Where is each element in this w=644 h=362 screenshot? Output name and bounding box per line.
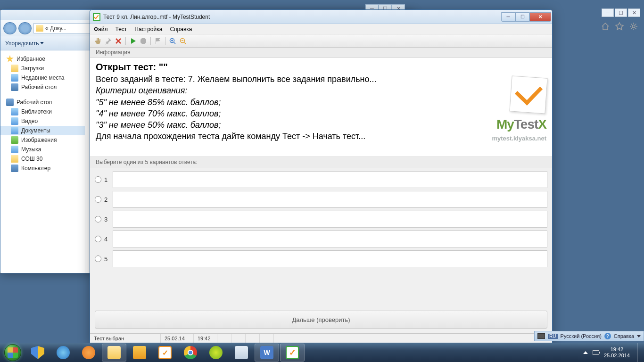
menu-file[interactable]: Файл xyxy=(94,26,108,33)
nav-desktop[interactable]: Рабочий стол xyxy=(0,82,85,92)
windows-logo-icon xyxy=(4,344,21,361)
nav-pictures[interactable]: Изображения xyxy=(0,135,85,145)
libraries-icon xyxy=(11,108,18,115)
radio-icon[interactable] xyxy=(95,255,101,262)
radio-icon[interactable] xyxy=(95,236,101,242)
mytest-window: Тест 9 кл. Лин.алгор..mtf - MyTestStuden… xyxy=(90,9,553,343)
taskbar-mytest[interactable]: ✓ xyxy=(280,344,305,362)
chevron-down-icon[interactable] xyxy=(637,335,641,337)
system-tray: 19:42 25.02.2014 xyxy=(583,343,644,362)
folder-icon xyxy=(36,25,43,32)
info-open: Открыт тест: "" xyxy=(96,61,546,74)
nav-sosh30[interactable]: СОШ 30 xyxy=(0,154,85,164)
minimize-button[interactable]: ─ xyxy=(501,12,515,22)
mytestx-logo: MyTestX mytest.klyaksa.net xyxy=(492,77,546,142)
nav-videos[interactable]: Видео xyxy=(0,116,85,126)
tray-show-hidden-icon[interactable] xyxy=(583,351,588,354)
maximize-button[interactable]: ☐ xyxy=(515,12,529,22)
tray-clock[interactable]: 19:42 25.02.2014 xyxy=(604,346,630,358)
taskbar-app1[interactable] xyxy=(127,344,152,362)
lang-code[interactable]: RU xyxy=(548,334,557,339)
lang-help-label[interactable]: Справка xyxy=(614,333,634,339)
taskbar-wmp[interactable] xyxy=(76,344,101,362)
bg-maximize[interactable]: ☐ xyxy=(615,8,627,17)
help-icon[interactable]: ? xyxy=(604,333,611,339)
taskbar-defender[interactable] xyxy=(25,344,50,362)
organize-button[interactable]: Упорядочить xyxy=(5,40,44,47)
logo-text: MyTestX xyxy=(492,115,546,133)
nav-back[interactable] xyxy=(3,22,17,34)
answer-option[interactable]: 1 xyxy=(95,171,547,188)
language-bar[interactable]: RU Русский (Россия) ? Справка xyxy=(534,331,644,341)
tool-play-icon[interactable] xyxy=(128,36,138,46)
menubar: Файл Тест Настройка Справка xyxy=(90,24,552,34)
documents-icon xyxy=(11,127,18,134)
taskbar-explorer[interactable] xyxy=(102,344,126,362)
taskbar-paint[interactable] xyxy=(229,344,254,362)
ie-icon xyxy=(57,346,70,359)
status-time: 19:42 xyxy=(194,334,217,343)
titlebar[interactable]: Тест 9 кл. Лин.алгор..mtf - MyTestStuden… xyxy=(90,10,552,24)
tool-hand-icon[interactable] xyxy=(93,36,102,46)
taskbar-app3[interactable] xyxy=(204,344,228,362)
answer-option[interactable]: 4 xyxy=(95,230,547,247)
radio-icon[interactable] xyxy=(95,216,101,222)
bg-close[interactable]: ✕ xyxy=(628,8,640,17)
info-c3: "3" не менее 50% макс. баллов; xyxy=(96,120,221,130)
favorites-star-icon[interactable] xyxy=(615,22,624,31)
bg-minimize[interactable]: ─ xyxy=(602,8,614,17)
close-button[interactable]: ✕ xyxy=(529,12,551,22)
menu-test[interactable]: Тест xyxy=(116,26,127,33)
answer-option[interactable]: 2 xyxy=(95,191,547,208)
nav-music[interactable]: Музыка xyxy=(0,145,85,154)
tool-flag-icon[interactable] xyxy=(153,36,163,46)
tool-zoom-in-icon[interactable] xyxy=(168,36,177,46)
taskbar-app2[interactable]: ✓ xyxy=(153,344,177,362)
organize-label: Упорядочить xyxy=(5,40,39,47)
nav-downloads[interactable]: Загрузки xyxy=(0,64,85,73)
menu-settings[interactable]: Настройка xyxy=(134,26,162,33)
answer-text-box xyxy=(113,191,547,208)
taskbar-chrome[interactable] xyxy=(178,344,203,362)
menu-help[interactable]: Справка xyxy=(170,26,192,33)
nav-forward[interactable] xyxy=(18,22,32,34)
taskbar-ie[interactable] xyxy=(51,344,75,362)
status-cell xyxy=(217,334,231,343)
radio-icon[interactable] xyxy=(95,176,101,183)
taskbar-icons: ✓ W ✓ xyxy=(25,343,305,362)
tool-stop-icon[interactable] xyxy=(139,36,148,46)
mytest-icon: ✓ xyxy=(286,346,299,359)
nav-favorites[interactable]: Избранное xyxy=(0,54,85,64)
tray-time: 19:42 xyxy=(604,346,630,353)
app-icon xyxy=(133,346,146,359)
tool-pin-icon[interactable] xyxy=(103,36,113,46)
taskbar: ✓ W ✓ 19:42 25.02.2014 xyxy=(0,343,644,362)
start-button[interactable] xyxy=(0,343,25,362)
nav-libraries[interactable]: Библиотеки xyxy=(0,107,85,116)
answer-option[interactable]: 3 xyxy=(95,211,547,228)
nav-desktop-group[interactable]: Рабочий стол xyxy=(0,98,85,107)
keyboard-icon xyxy=(537,333,545,339)
info-criteria: Критерии оценивания: xyxy=(96,86,187,95)
next-button[interactable]: Дальше (проверить) xyxy=(95,311,547,329)
nav-recent[interactable]: Недавние места xyxy=(0,73,85,82)
paint-icon xyxy=(235,346,248,359)
gear-icon[interactable] xyxy=(629,22,638,31)
radio-icon[interactable] xyxy=(95,196,101,203)
logo-url: mytest.klyaksa.net xyxy=(492,134,546,143)
nav-documents[interactable]: Документы xyxy=(0,126,85,135)
show-desktop-button[interactable] xyxy=(637,343,642,362)
word-icon: W xyxy=(260,346,273,359)
tool-zoom-out-icon[interactable] xyxy=(178,36,188,46)
statusbar: Тест выбран 25.02.14 19:42 xyxy=(90,333,552,343)
chevron-down-icon xyxy=(40,42,44,44)
status-cell xyxy=(246,334,260,343)
home-icon[interactable] xyxy=(601,22,610,31)
answer-option[interactable]: 5 xyxy=(95,250,547,267)
tool-delete-icon[interactable] xyxy=(114,36,123,46)
music-icon xyxy=(11,146,18,153)
nav-computer[interactable]: Компьютер xyxy=(0,164,85,173)
battery-icon[interactable] xyxy=(593,350,599,355)
taskbar-word[interactable]: W xyxy=(255,344,279,362)
info-c5: "5" не менее 85% макс. баллов; xyxy=(96,98,221,107)
